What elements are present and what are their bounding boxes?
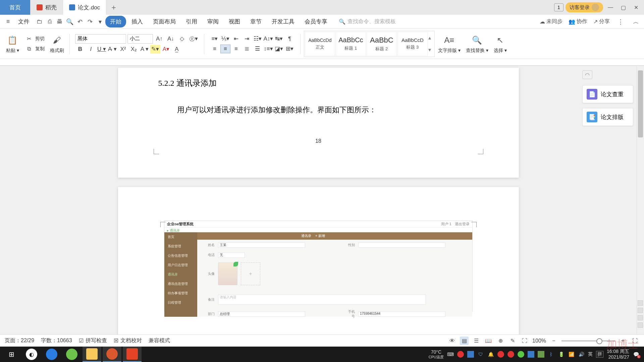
find-replace-button[interactable]: 🔍查找替换 ▾ bbox=[464, 34, 490, 54]
tray-icon-4[interactable] bbox=[507, 351, 514, 358]
align-justify-button[interactable]: ≣ bbox=[242, 45, 252, 53]
paste-label[interactable]: 粘贴 ▾ bbox=[6, 48, 19, 54]
sync-status[interactable]: ☁ 未同步 bbox=[540, 18, 562, 25]
menu-start[interactable]: 开始 bbox=[105, 16, 126, 27]
tray-ime-mode[interactable]: 拼 bbox=[596, 351, 603, 358]
word-count[interactable]: 字数：10663 bbox=[41, 337, 72, 344]
menu-insert[interactable]: 插入 bbox=[127, 16, 148, 27]
print-preview-icon[interactable]: ⎙ bbox=[45, 17, 54, 26]
underline-button[interactable]: U ▾ bbox=[97, 45, 107, 54]
style-scroll-up[interactable]: ▴ bbox=[428, 35, 434, 41]
menu-review[interactable]: 审阅 bbox=[203, 16, 223, 27]
page-19[interactable]: 企业oa管理系统 用户 1 退出登录 ▸ 通讯录 首页 系统管理 公告信息管理 … bbox=[118, 187, 519, 347]
text-effect-button[interactable]: A ▾ bbox=[140, 45, 150, 54]
proofread[interactable]: ☒ 文档校对 bbox=[114, 337, 142, 344]
border-button[interactable]: ⊞▾ bbox=[285, 45, 295, 53]
page-18[interactable]: 5.2.2 通讯录添加 用户可以对通讯录进行添加修改删除操作。界面如下图所示： … bbox=[118, 68, 519, 178]
highlight-button[interactable]: ✎▾ bbox=[150, 45, 160, 54]
strikethrough-button[interactable]: A̶ ▾ bbox=[107, 45, 117, 54]
more-icon[interactable]: ⋮ bbox=[616, 17, 625, 26]
align-right-button[interactable]: ≡ bbox=[231, 45, 241, 53]
increase-font-icon[interactable]: A↑ bbox=[154, 35, 164, 43]
undo-icon[interactable]: ↶ bbox=[75, 17, 85, 26]
shading-button[interactable]: ◪▾ bbox=[274, 45, 284, 53]
menu-reference[interactable]: 引用 bbox=[181, 16, 202, 27]
tray-battery-icon[interactable]: 🔋 bbox=[558, 351, 565, 358]
number-list-button[interactable]: ⅕▾ bbox=[220, 35, 230, 43]
fit-width-icon[interactable]: ⛶ bbox=[520, 337, 529, 345]
new-tab-button[interactable]: ＋ bbox=[106, 2, 121, 12]
show-marks-button[interactable]: ¶ bbox=[285, 35, 295, 43]
style-heading2[interactable]: AaBbC标题 2 bbox=[367, 32, 397, 56]
menu-page-layout[interactable]: 页面布局 bbox=[148, 16, 180, 27]
tab-daoke[interactable]: 稻壳 bbox=[31, 0, 63, 15]
italic-button[interactable]: I bbox=[86, 45, 96, 54]
ink-icon[interactable]: ✎ bbox=[508, 337, 517, 345]
tab-home[interactable]: 首页 bbox=[0, 0, 31, 15]
tray-icon-5[interactable] bbox=[528, 351, 534, 358]
task-view-button[interactable]: ◐ bbox=[22, 347, 41, 362]
bullet-list-button[interactable]: ≡▾ bbox=[210, 35, 220, 43]
tab-document[interactable]: 论文.doc bbox=[63, 0, 106, 15]
outline-view-icon[interactable]: ☰ bbox=[472, 337, 481, 345]
style-scroll-down[interactable]: ▾ bbox=[428, 47, 434, 53]
menu-dev-tools[interactable]: 开发工具 bbox=[267, 16, 299, 27]
align-distribute-button[interactable]: ☰ bbox=[253, 45, 263, 53]
close-button[interactable]: ✕ bbox=[631, 2, 641, 13]
increase-indent-button[interactable]: ⇥ bbox=[242, 35, 252, 43]
plagiarism-check-button[interactable]: 📄论文查重 bbox=[582, 85, 633, 103]
nav-icon-3[interactable] bbox=[638, 315, 643, 320]
copy-icon[interactable]: ⧉ bbox=[24, 45, 34, 53]
select-button[interactable]: ↖选择 ▾ bbox=[492, 34, 509, 54]
panel-toggle-icon[interactable]: ◠ bbox=[582, 70, 592, 79]
eye-protect-icon[interactable]: 👁 bbox=[448, 337, 457, 345]
tray-bluetooth-icon[interactable]: ᛒ bbox=[548, 351, 554, 358]
maximize-button[interactable]: ▢ bbox=[618, 2, 629, 13]
tray-volume-icon[interactable]: 🔊 bbox=[578, 351, 585, 358]
start-button[interactable]: ⊞ bbox=[2, 347, 21, 362]
hamburger-icon[interactable]: ≡ bbox=[3, 17, 13, 26]
align-left-button[interactable]: ≡ bbox=[210, 45, 220, 53]
text-layout-button[interactable]: A≡文字排版 ▾ bbox=[436, 34, 463, 54]
char-border-button[interactable]: A̲ bbox=[172, 45, 182, 54]
collapse-ribbon-icon[interactable]: ︿ bbox=[631, 17, 641, 26]
tray-icon-6[interactable] bbox=[538, 351, 544, 358]
phonetic-icon[interactable]: ㉆▾ bbox=[189, 35, 199, 43]
cut-label[interactable]: 剪切 bbox=[35, 36, 45, 42]
taskbar-clock[interactable]: 16:08 周五2021/8/27 bbox=[607, 349, 629, 360]
preview-icon[interactable]: 🔍 bbox=[65, 17, 74, 26]
align-center-button[interactable]: ≡ bbox=[220, 45, 230, 53]
bold-button[interactable]: B bbox=[75, 45, 85, 54]
paste-icon[interactable]: 📋 bbox=[6, 34, 18, 46]
command-search[interactable]: 🔍 查找命令、搜索模板 bbox=[339, 18, 396, 25]
clear-format-icon[interactable]: ◇ bbox=[177, 35, 187, 43]
cpu-temp[interactable]: 70°C bbox=[429, 350, 444, 355]
redo-icon[interactable]: ↷ bbox=[85, 17, 95, 26]
tray-ime-icon[interactable]: ⌨ bbox=[447, 351, 454, 358]
font-size-select[interactable] bbox=[127, 34, 153, 44]
style-heading1[interactable]: AaBbCc标题 1 bbox=[336, 32, 366, 56]
share-button[interactable]: ↗ 分享 bbox=[593, 18, 610, 25]
wps-button[interactable] bbox=[123, 347, 142, 362]
style-heading3[interactable]: AaBbCcD标题 3 bbox=[397, 32, 428, 56]
font-name-select[interactable] bbox=[75, 34, 126, 44]
menu-member[interactable]: 会员专享 bbox=[300, 16, 332, 27]
nav-icon-4[interactable] bbox=[638, 322, 643, 328]
tray-bell-icon[interactable]: 🔔 bbox=[487, 351, 494, 358]
print-icon[interactable]: 🖶 bbox=[55, 17, 64, 26]
ie-button[interactable] bbox=[42, 347, 61, 362]
tray-wechat-icon[interactable] bbox=[518, 351, 524, 358]
collab-button[interactable]: 👥 协作 bbox=[569, 18, 587, 25]
page-indicator[interactable]: 页面：22/29 bbox=[5, 337, 34, 344]
vertical-scrollbar[interactable] bbox=[637, 66, 644, 347]
minimize-button[interactable]: — bbox=[605, 2, 616, 13]
copy-label[interactable]: 复制 bbox=[35, 46, 45, 52]
zoom-in-icon[interactable]: ＋ bbox=[619, 337, 627, 345]
read-view-icon[interactable]: 📖 bbox=[484, 337, 493, 345]
page-view-icon[interactable]: ▤ bbox=[460, 337, 469, 345]
more-quick-icon[interactable]: ▾ bbox=[95, 17, 105, 26]
font-color-button[interactable]: A▾ bbox=[161, 45, 171, 54]
asian-layout-button[interactable]: ☷▾ bbox=[253, 35, 263, 43]
zoom-percent[interactable]: 100% bbox=[532, 338, 546, 344]
document-scroll[interactable]: 5.2.2 通讯录添加 用户可以对通讯录进行添加修改删除操作。界面如下图所示： … bbox=[0, 66, 637, 347]
